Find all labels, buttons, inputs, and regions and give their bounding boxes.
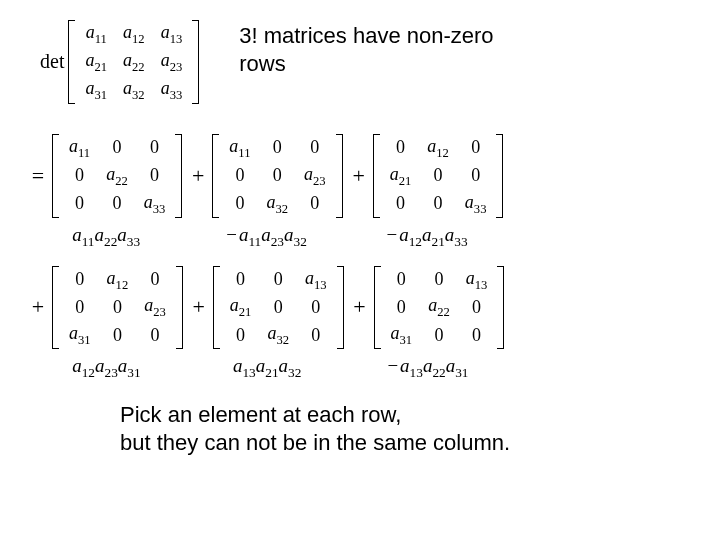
term-matrix: 0a12000a23a3100 [52,266,183,350]
expansion-term: +0a12000a23a3100a12a23a31 [30,266,183,382]
bottom-caption-line2: but they can not be in the same column. [120,429,690,457]
term-matrix: a110000a230a320 [212,134,342,218]
term-product: a11a22a33 [72,224,140,250]
expansion-term: +00a130a220a3100−a13a22a31 [352,266,505,382]
det-label: det [40,50,64,73]
term-matrix: 00a130a220a3100 [374,266,505,350]
lhs-matrix: a11a12a13a21a22a23a31a32a33 [68,20,199,104]
operator: + [30,294,46,320]
term-product: a12a23a31 [72,355,140,381]
expansion-term: +a110000a230a320−a11a23a32 [190,134,342,250]
operator: + [352,294,368,320]
operator: = [30,163,46,189]
expansion-term: +00a13a21000a320a13a21a32 [191,266,344,382]
term-product: −a11a23a32 [226,224,307,250]
term-product: −a12a21a33 [386,224,467,250]
term-product: a13a21a32 [233,355,301,381]
term-product: −a13a22a31 [387,355,468,381]
operator: + [190,163,206,189]
term-matrix: 00a13a21000a320 [213,266,344,350]
top-caption: 3! matrices have non-zero rows [239,22,493,77]
determinant-expression: det a11a12a13a21a22a23a31a32a33 [40,20,199,104]
expansion-terms: =a11000a22000a33a11a22a33+a110000a230a32… [30,134,690,381]
top-caption-line1: 3! matrices have non-zero [239,22,493,50]
bottom-caption: Pick an element at each row, but they ca… [120,401,690,456]
operator: + [351,163,367,189]
term-matrix: 0a120a210000a33 [373,134,504,218]
operator: + [191,294,207,320]
expansion-term: +0a120a210000a33−a12a21a33 [351,134,504,250]
expansion-term: =a11000a22000a33a11a22a33 [30,134,182,250]
top-caption-line2: rows [239,50,493,78]
bottom-caption-line1: Pick an element at each row, [120,401,690,429]
term-matrix: a11000a22000a33 [52,134,182,218]
